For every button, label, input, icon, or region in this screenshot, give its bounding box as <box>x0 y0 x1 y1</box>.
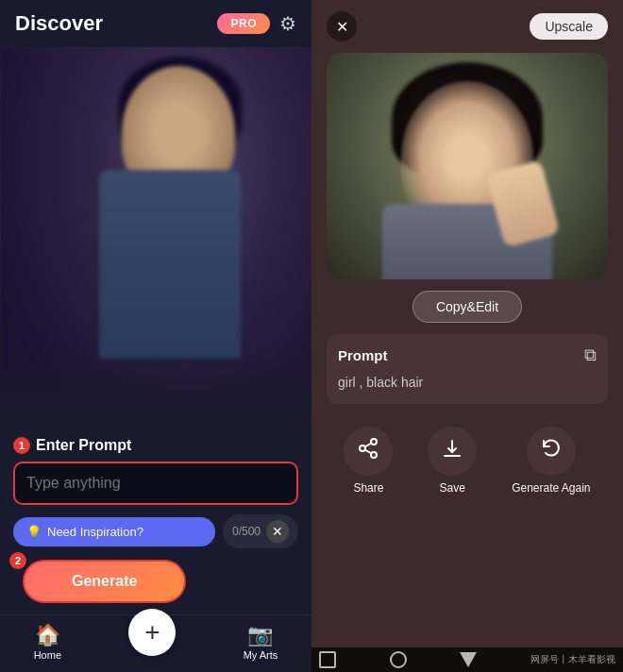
prompt-content: girl , black hair <box>338 373 597 393</box>
svg-line-3 <box>365 450 372 454</box>
svg-point-2 <box>371 452 377 458</box>
generate-row: 2 Generate <box>13 560 298 603</box>
nav-home[interactable]: 🏠 Home <box>34 623 61 661</box>
left-fade-bottom <box>0 352 312 428</box>
generate-again-action[interactable]: Generate Again <box>512 427 590 495</box>
left-bottom: 1 Enter Prompt 💡 Need Inspiration? 0/500… <box>0 428 312 614</box>
header-right: PRO ⚙ <box>217 12 296 35</box>
inspiration-label: Need Inspiration? <box>47 525 143 539</box>
my-arts-label: My Arts <box>244 649 278 661</box>
left-header: Discover PRO ⚙ <box>0 0 312 47</box>
watermark-bar: 网屏号丨木羊看影视 <box>312 647 623 672</box>
sys-circle-btn[interactable] <box>390 651 407 668</box>
share-icon-circle <box>344 427 393 476</box>
save-icon-circle <box>428 427 477 476</box>
char-count: 0/500 ✕ <box>223 514 298 548</box>
share-icon <box>357 437 379 465</box>
enter-prompt-text: Enter Prompt <box>36 437 131 454</box>
pro-badge[interactable]: PRO <box>217 13 270 34</box>
refresh-icon-circle <box>527 427 576 476</box>
svg-line-4 <box>365 444 372 447</box>
nav-my-arts[interactable]: 📷 My Arts <box>244 623 278 661</box>
plus-icon: + <box>144 617 160 647</box>
prompt-input-wrapper <box>13 462 298 505</box>
copy-icon[interactable]: ⧉ <box>584 345 597 365</box>
close-button[interactable]: ✕ <box>327 11 357 42</box>
right-image-area <box>327 53 608 279</box>
svg-point-0 <box>371 439 377 445</box>
svg-point-1 <box>360 445 365 451</box>
enter-prompt-label: 1 Enter Prompt <box>13 437 298 454</box>
save-action[interactable]: Save <box>428 427 477 495</box>
right-panel: ✕ Upscale Copy&Edit Prompt ⧉ girl , blac… <box>312 0 623 672</box>
prompt-input[interactable] <box>26 475 285 492</box>
right-header: ✕ Upscale <box>312 0 623 53</box>
prompt-section: Prompt ⧉ girl , black hair <box>327 334 608 404</box>
home-label: Home <box>34 649 61 661</box>
copy-edit-button[interactable]: Copy&Edit <box>413 291 522 323</box>
save-label: Save <box>440 481 465 495</box>
save-icon <box>441 437 463 465</box>
generate-again-label: Generate Again <box>512 481 590 495</box>
gear-icon[interactable]: ⚙ <box>279 12 296 35</box>
left-panel: Discover PRO ⚙ 1 Enter Prompt 💡 <box>0 0 312 672</box>
my-arts-icon: 📷 <box>247 623 273 647</box>
step-2-badge: 2 <box>9 552 26 569</box>
upscale-button[interactable]: Upscale <box>530 13 608 40</box>
clear-button[interactable]: ✕ <box>266 520 289 543</box>
step-1-badge: 1 <box>13 437 30 454</box>
char-count-text: 0/500 <box>232 525 261 538</box>
home-icon: 🏠 <box>35 623 60 647</box>
refresh-icon <box>540 437 563 465</box>
inspiration-button[interactable]: 💡 Need Inspiration? <box>13 517 215 546</box>
add-button[interactable]: + <box>128 609 176 656</box>
char-body <box>99 170 241 359</box>
action-buttons: Share Save <box>312 412 623 510</box>
prompt-section-header: Prompt ⧉ <box>338 345 597 365</box>
left-image-area <box>0 47 312 428</box>
watermark-text: 网屏号丨木羊看影视 <box>530 653 615 666</box>
app-title: Discover <box>15 11 103 36</box>
bulb-icon: 💡 <box>26 525 42 539</box>
share-label: Share <box>353 481 383 495</box>
sys-back-btn[interactable] <box>460 652 477 667</box>
generate-button[interactable]: Generate <box>23 560 186 603</box>
sys-square-btn[interactable] <box>319 651 336 668</box>
share-action[interactable]: Share <box>344 427 393 495</box>
prompt-tools: 💡 Need Inspiration? 0/500 ✕ <box>13 514 298 548</box>
prompt-section-title: Prompt <box>338 347 388 363</box>
bottom-nav: 🏠 Home + 📷 My Arts <box>0 614 312 672</box>
